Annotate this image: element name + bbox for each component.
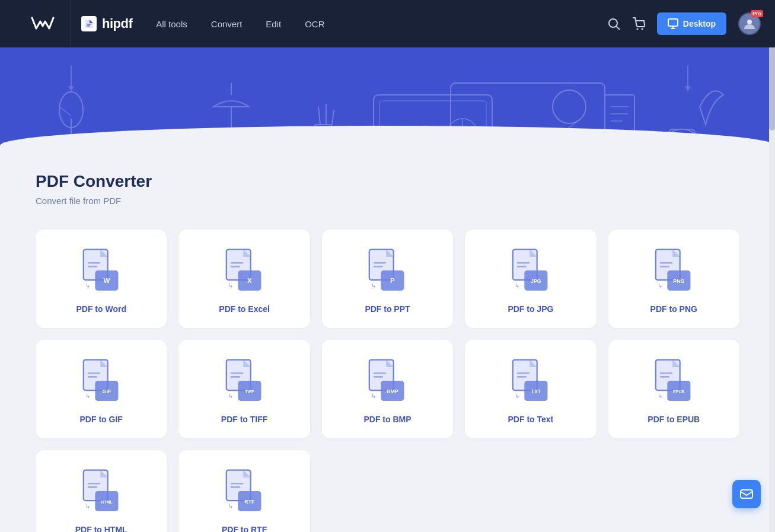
converter-item-pdf-to-text[interactable]: ↳ TXT PDF to Text <box>465 340 596 438</box>
nav-actions: Desktop Pro <box>607 12 761 35</box>
converter-grid: ↳ W PDF to Word ↳ X PDF to Excel <box>36 230 739 532</box>
pdf-to-gif-label: PDF to GIF <box>80 415 123 424</box>
converter-item-pdf-to-html[interactable]: ↳ HTML PDF to HTML <box>36 450 167 532</box>
pdf-to-tiff-label: PDF to TIFF <box>221 415 268 424</box>
svg-text:TIFF: TIFF <box>245 390 254 394</box>
converter-item-pdf-to-gif[interactable]: ↳ GIF PDF to GIF <box>36 340 167 438</box>
nav-links: All tools Convert Edit OCR <box>156 19 607 29</box>
svg-text:HTML: HTML <box>101 500 113 505</box>
svg-text:TXT: TXT <box>531 388 541 394</box>
hero-banner <box>0 47 775 160</box>
svg-rect-2 <box>87 26 90 27</box>
svg-rect-121 <box>231 486 240 488</box>
pro-badge: Pro <box>751 10 763 17</box>
svg-point-6 <box>641 28 643 30</box>
svg-text:JPG: JPG <box>531 278 541 284</box>
svg-point-5 <box>636 28 638 30</box>
svg-rect-86 <box>231 376 240 378</box>
svg-rect-24 <box>417 130 426 157</box>
svg-text:P: P <box>391 277 396 284</box>
svg-rect-93 <box>374 376 383 378</box>
svg-rect-21 <box>379 101 486 160</box>
pdf-to-tiff-icon: ↳ TIFF <box>221 358 268 405</box>
svg-rect-72 <box>660 266 669 267</box>
svg-text:BMP: BMP <box>387 388 399 394</box>
converter-item-pdf-to-rtf[interactable]: ↳ RTF PDF to RTF <box>178 450 310 532</box>
converter-item-pdf-to-epub[interactable]: ↳ EPUB PDF to EPUB <box>608 340 739 438</box>
svg-rect-79 <box>88 376 97 378</box>
svg-text:↳: ↳ <box>658 282 663 289</box>
svg-text:↳: ↳ <box>85 503 90 509</box>
svg-rect-44 <box>88 266 97 267</box>
pdf-to-html-icon: ↳ HTML <box>78 468 125 515</box>
pdf-to-epub-icon: ↳ EPUB <box>650 358 697 405</box>
user-avatar[interactable]: Pro <box>738 12 761 35</box>
svg-rect-16 <box>314 125 332 148</box>
svg-point-10 <box>747 20 752 24</box>
wondershare-logo[interactable] <box>14 0 71 47</box>
nav-ocr[interactable]: OCR <box>305 19 324 29</box>
svg-rect-1 <box>87 24 91 25</box>
svg-text:↳: ↳ <box>372 282 377 289</box>
svg-text:↳: ↳ <box>658 393 663 399</box>
svg-rect-78 <box>88 372 100 374</box>
svg-rect-92 <box>374 372 386 374</box>
converter-item-pdf-to-png[interactable]: ↳ PNG PDF to PNG <box>608 230 739 328</box>
svg-point-3 <box>609 19 617 27</box>
pdf-to-text-icon: ↳ TXT <box>507 358 554 405</box>
hipdf-logo[interactable]: hipdf <box>81 15 132 32</box>
desktop-button[interactable]: Desktop <box>657 12 726 35</box>
converter-item-pdf-to-bmp[interactable]: ↳ BMP PDF to BMP <box>322 340 453 438</box>
pdf-to-excel-icon: ↳ X <box>221 247 268 295</box>
svg-rect-51 <box>231 266 240 267</box>
nav-edit[interactable]: Edit <box>266 19 281 29</box>
svg-text:↳: ↳ <box>228 503 233 509</box>
svg-rect-58 <box>374 266 383 267</box>
cart-button[interactable] <box>632 17 645 30</box>
svg-rect-71 <box>660 262 672 264</box>
pdf-to-rtf-icon: ↳ RTF <box>221 468 268 515</box>
svg-rect-22 <box>391 142 400 157</box>
navbar: hipdf All tools Convert Edit OCR <box>0 0 775 47</box>
converter-item-pdf-to-jpg[interactable]: ↳ JPG PDF to JPG <box>465 230 596 328</box>
nav-all-tools[interactable]: All tools <box>156 19 187 29</box>
hipdf-text: hipdf <box>102 16 132 31</box>
pdf-to-png-label: PDF to PNG <box>650 304 697 314</box>
converter-item-pdf-to-word[interactable]: ↳ W PDF to Word <box>36 230 167 328</box>
converter-item-pdf-to-tiff[interactable]: ↳ TIFF PDF to TIFF <box>178 340 310 438</box>
svg-line-19 <box>332 110 334 125</box>
svg-text:↳: ↳ <box>515 393 519 399</box>
svg-rect-100 <box>517 376 527 378</box>
pdf-to-text-label: PDF to Text <box>508 415 554 424</box>
svg-text:RTF: RTF <box>244 499 255 505</box>
svg-text:↳: ↳ <box>85 282 90 289</box>
search-button[interactable] <box>607 17 620 30</box>
pdf-to-bmp-label: PDF to BMP <box>363 415 411 424</box>
svg-text:W: W <box>103 277 110 284</box>
svg-rect-65 <box>517 266 527 267</box>
page-title: PDF Converter <box>36 172 739 191</box>
svg-text:↳: ↳ <box>85 393 90 399</box>
svg-rect-106 <box>660 372 672 374</box>
svg-point-29 <box>553 90 586 123</box>
svg-rect-107 <box>660 376 669 378</box>
svg-point-39 <box>669 129 695 144</box>
svg-line-13 <box>59 107 71 116</box>
pdf-to-ppt-label: PDF to PPT <box>365 304 410 314</box>
pdf-to-jpg-icon: ↳ JPG <box>507 247 554 295</box>
scrollbar[interactable] <box>769 0 775 532</box>
converter-item-pdf-to-ppt[interactable]: ↳ P PDF to PPT <box>322 230 453 328</box>
nav-convert[interactable]: Convert <box>211 19 243 29</box>
svg-text:↳: ↳ <box>228 393 233 399</box>
svg-rect-85 <box>231 372 243 374</box>
svg-text:X: X <box>247 277 252 284</box>
converter-item-pdf-to-excel[interactable]: ↳ X PDF to Excel <box>178 230 310 328</box>
pdf-to-excel-label: PDF to Excel <box>219 304 270 314</box>
svg-rect-120 <box>231 483 243 485</box>
pdf-to-bmp-icon: ↳ BMP <box>363 358 411 405</box>
svg-text:↳: ↳ <box>515 282 519 289</box>
svg-rect-23 <box>404 136 413 157</box>
contact-fab[interactable] <box>732 480 761 508</box>
svg-rect-50 <box>231 262 243 264</box>
svg-line-4 <box>616 26 620 30</box>
